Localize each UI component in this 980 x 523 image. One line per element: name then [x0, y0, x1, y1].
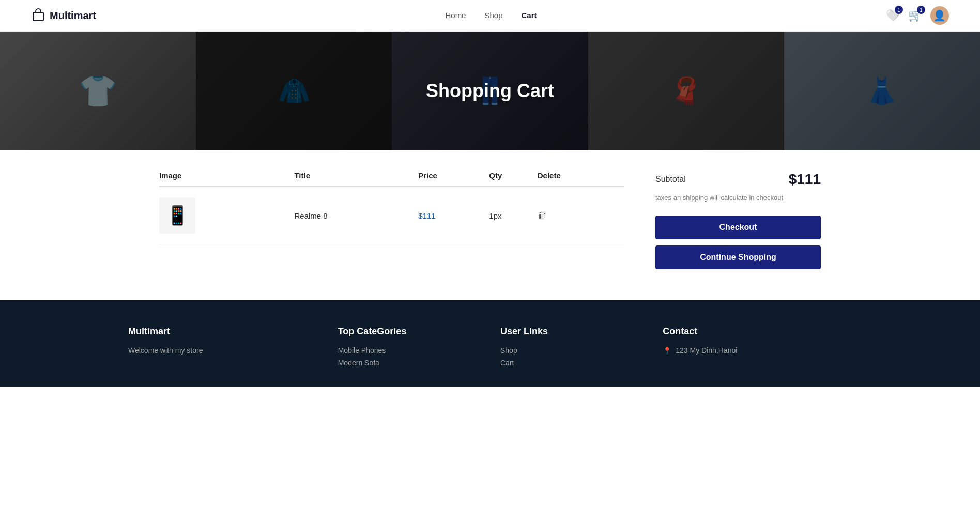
hero-panel-2	[196, 32, 392, 150]
footer-categories-col: Top CateGories Mobile Phones Modern Sofa	[338, 326, 480, 371]
col-delete: Delete	[538, 171, 624, 187]
cart-section: Image Title Price Qty Delete 📱 Realme 8	[128, 171, 852, 269]
product-title-cell: Realme 8	[294, 187, 418, 244]
col-price: Price	[418, 171, 489, 187]
trash-icon: 🗑	[538, 210, 547, 221]
user-icon: 👤	[933, 9, 946, 22]
footer-link-cart[interactable]: Cart	[500, 359, 642, 367]
hero-panel-1	[0, 32, 196, 150]
col-qty: Qty	[489, 171, 537, 187]
nav-links: Home Shop Cart	[445, 11, 537, 20]
subtotal-value: $111	[789, 171, 821, 188]
cart-summary: Subtotal $111 taxes an shipping will cal…	[655, 171, 821, 269]
footer-user-links-heading: User Links	[500, 326, 642, 337]
footer-category-mobile[interactable]: Mobile Phones	[338, 346, 480, 355]
table-row: 📱 Realme 8 $111 1px 🗑	[159, 187, 624, 244]
cart-table-wrap: Image Title Price Qty Delete 📱 Realme 8	[159, 171, 624, 244]
cart-table: Image Title Price Qty Delete 📱 Realme 8	[159, 171, 624, 244]
footer-categories-heading: Top CateGories	[338, 326, 480, 337]
wishlist-button[interactable]: 🤍 1	[886, 9, 900, 22]
footer-grid: Multimart Welcome with my store Top Cate…	[128, 326, 852, 371]
footer-brand-col: Multimart Welcome with my store	[128, 326, 317, 371]
shipping-note: taxes an shipping will calculate in chec…	[655, 193, 821, 203]
product-price-cell: $111	[418, 187, 489, 244]
brand-logo[interactable]: Multimart	[31, 8, 96, 23]
delete-button[interactable]: 🗑	[538, 210, 547, 221]
product-delete-cell: 🗑	[538, 187, 624, 244]
svg-rect-0	[33, 12, 43, 21]
hero-panel-4	[588, 32, 784, 150]
hero-banner: Shopping Cart	[0, 32, 980, 150]
subtotal-label: Subtotal	[655, 175, 686, 184]
footer-user-links-col: User Links Shop Cart	[500, 326, 642, 371]
brand-name: Multimart	[50, 10, 96, 22]
footer: Multimart Welcome with my store Top Cate…	[0, 300, 980, 387]
footer-contact-heading: Contact	[663, 326, 852, 337]
product-image: 📱	[159, 197, 195, 234]
navbar-icons: 🤍 1 🛒 1 👤	[886, 6, 949, 25]
footer-brand-tagline: Welcome with my store	[128, 346, 317, 355]
product-image-cell: 📱	[159, 187, 294, 244]
product-qty: 1px	[489, 211, 501, 220]
wishlist-badge: 1	[895, 6, 903, 14]
bag-icon	[31, 8, 45, 23]
footer-link-shop[interactable]: Shop	[500, 346, 642, 355]
hero-panel-5	[784, 32, 980, 150]
footer-address: 📍 123 My Dinh,Hanoi	[663, 346, 852, 355]
page-title: Shopping Cart	[426, 80, 554, 102]
cart-badge: 1	[917, 6, 925, 14]
cart-table-body: 📱 Realme 8 $111 1px 🗑	[159, 187, 624, 244]
continue-shopping-button[interactable]: Continue Shopping	[655, 245, 821, 269]
nav-home[interactable]: Home	[445, 11, 466, 20]
navbar: Multimart Home Shop Cart 🤍 1 🛒 1 👤	[0, 0, 980, 32]
footer-address-text: 123 My Dinh,Hanoi	[676, 346, 737, 355]
avatar[interactable]: 👤	[930, 6, 949, 25]
checkout-button[interactable]: Checkout	[655, 216, 821, 239]
footer-brand-name: Multimart	[128, 326, 317, 337]
nav-shop[interactable]: Shop	[484, 11, 502, 20]
col-image: Image	[159, 171, 294, 187]
location-icon: 📍	[663, 347, 671, 355]
col-title: Title	[294, 171, 418, 187]
nav-cart[interactable]: Cart	[522, 11, 537, 20]
product-title: Realme 8	[294, 211, 327, 220]
footer-contact-col: Contact 📍 123 My Dinh,Hanoi	[663, 326, 852, 371]
cart-button[interactable]: 🛒 1	[908, 9, 922, 22]
cart-table-header: Image Title Price Qty Delete	[159, 171, 624, 187]
product-qty-cell: 1px	[489, 187, 537, 244]
summary-subtotal-row: Subtotal $111	[655, 171, 821, 188]
footer-category-sofa[interactable]: Modern Sofa	[338, 359, 480, 367]
product-price: $111	[418, 211, 435, 220]
